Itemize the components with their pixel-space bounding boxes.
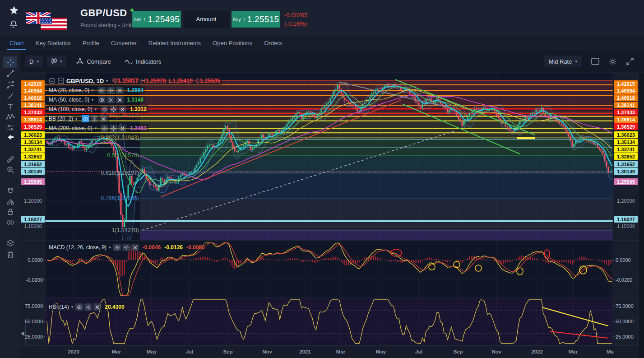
fullscreen-icon[interactable] — [626, 57, 634, 65]
close-icon[interactable] — [119, 125, 126, 132]
price-label: 1.16027 — [24, 217, 42, 222]
chevron-down-icon[interactable]: ▾ — [95, 126, 97, 130]
chevron-down-icon[interactable]: ▾ — [92, 98, 94, 102]
time-label: May — [376, 349, 386, 354]
chevron-down-icon[interactable]: ▾ — [75, 116, 78, 121]
trend-line-tool[interactable] — [3, 68, 17, 79]
close-icon[interactable] — [93, 303, 101, 311]
macd-annotation — [579, 266, 587, 274]
time-label: Mar — [336, 349, 346, 354]
gear-icon[interactable] — [110, 106, 117, 113]
price-label: 1.36529 — [617, 124, 635, 130]
chevron-down-icon[interactable]: ▾ — [109, 245, 111, 250]
price-label: 1.40018 — [617, 95, 635, 101]
time-axis[interactable]: 2020MarMayJulSepNov2021MarMayJulSepNov20… — [20, 346, 639, 358]
buy-arrow-up-icon: ↑ — [243, 16, 246, 23]
eye-icon[interactable] — [113, 244, 121, 251]
svg-text:75.0000: 75.0000 — [25, 303, 43, 309]
xabcd-pattern-tool[interactable] — [3, 111, 17, 122]
fib-retracement-tool[interactable] — [3, 79, 17, 90]
object-tree-tool[interactable] — [3, 237, 17, 249]
compare-button[interactable]: Compare — [76, 58, 111, 65]
hide-series-icon[interactable] — [58, 78, 64, 84]
time-label: Jul — [415, 349, 423, 354]
text-tool[interactable] — [3, 101, 17, 112]
indicators-button[interactable]: Indicators — [125, 58, 161, 65]
gear-icon[interactable] — [609, 57, 617, 65]
chevron-down-icon[interactable]: ▾ — [71, 305, 74, 309]
ruler-tool[interactable] — [3, 153, 17, 165]
price-label: 1.40018 — [24, 95, 42, 101]
close-icon[interactable] — [116, 87, 124, 94]
fib-label: 0.382(1.31943) — [101, 135, 139, 141]
alert-bell-icon[interactable] — [9, 20, 19, 31]
price-label: 1.31652 — [617, 162, 635, 167]
gear-icon[interactable] — [91, 115, 98, 122]
price-label: 1.38141 — [24, 102, 42, 108]
gear-icon[interactable] — [84, 303, 92, 311]
amount-button[interactable]: Amount — [184, 11, 229, 28]
tab-chart[interactable]: Chart — [4, 36, 30, 50]
close-icon[interactable] — [100, 115, 107, 122]
mid-rate-dropdown[interactable]: Mid Rate▾ — [544, 56, 582, 67]
chevron-down-icon[interactable]: ▾ — [106, 79, 108, 83]
sell-button[interactable]: Sell ↑ 1.25495 — [132, 11, 181, 28]
svg-text:-0.0200: -0.0200 — [616, 277, 632, 283]
hide-all-tool[interactable] — [3, 217, 17, 228]
magnet-tool[interactable] — [3, 185, 17, 196]
macd-annotation — [475, 265, 482, 271]
chevron-down-icon[interactable]: ▾ — [95, 107, 97, 112]
fib-label: 1(1.14278) — [112, 227, 139, 233]
close-icon[interactable] — [119, 106, 126, 113]
time-label: Nov — [491, 349, 501, 354]
chart-type-button[interactable]: ▾ — [47, 56, 67, 67]
gear-icon[interactable] — [122, 244, 130, 251]
macd-hist-value: -0.0046 — [143, 244, 161, 251]
price-label: 1.40984 — [617, 88, 635, 93]
tab-converter[interactable]: Converter — [105, 36, 143, 50]
tab-orders[interactable]: Orders — [258, 36, 288, 50]
drawing-lock-tool[interactable] — [3, 195, 17, 207]
tab-key-statistics[interactable]: Key Statistics — [30, 36, 77, 50]
price-label: 1.37433 — [24, 110, 42, 115]
favorite-star-icon[interactable] — [9, 5, 19, 17]
tab-open-positions[interactable]: Open Positions — [207, 36, 258, 50]
buy-button[interactable]: Buy ↑ 1.25515 — [232, 11, 280, 28]
close-icon[interactable] — [116, 96, 124, 103]
time-label: Mar — [112, 349, 121, 354]
crosshair-tool[interactable] — [3, 56, 17, 68]
remove-all-tool[interactable] — [3, 249, 17, 260]
snapshot-icon[interactable] — [591, 57, 600, 65]
chevron-down-icon: ▾ — [37, 59, 39, 64]
eye-icon[interactable] — [98, 96, 106, 103]
indicator-value: 1.3148 — [127, 97, 144, 103]
gear-icon[interactable] — [107, 87, 115, 94]
macd-value: -0.0126 — [164, 244, 183, 251]
indicator-axis[interactable]: 0.00000.0000-0.0200-0.020075.000075.0000… — [25, 257, 634, 339]
rsi-pane — [45, 300, 613, 344]
lock-all-tool[interactable] — [3, 206, 17, 217]
eye-icon[interactable] — [98, 87, 106, 94]
chart-toolbar: D▾ ▾ Compare Indicators — [20, 51, 644, 72]
eye-icon[interactable] — [101, 125, 108, 132]
green-channel-upper — [395, 79, 535, 135]
eye-icon[interactable] — [75, 303, 83, 311]
eye-icon[interactable] — [82, 115, 89, 122]
macd-legend: MACD (12, 26, close, 9) ▾ -0.0046 -0.012… — [47, 243, 207, 253]
price-label: 1.20000 — [617, 198, 635, 204]
tab-related-instruments[interactable]: Related Instruments — [143, 36, 207, 50]
rsi-legend: RSI (14) ▾ 20.4300 — [47, 303, 126, 312]
tab-profile[interactable]: Profile — [77, 36, 105, 50]
brush-tool[interactable] — [3, 90, 17, 102]
chevron-down-icon[interactable]: ▾ — [92, 88, 94, 93]
price-label: 1.32852 — [617, 154, 635, 159]
close-icon[interactable] — [131, 244, 139, 251]
collapse-circle-icon[interactable] — [49, 78, 56, 84]
gear-icon[interactable] — [110, 125, 117, 132]
interval-button[interactable]: D▾ — [25, 56, 43, 67]
page-title: GBP/USD — [80, 7, 127, 19]
arrow-left-tool[interactable] — [3, 131, 17, 143]
gear-icon[interactable] — [107, 96, 115, 103]
eye-icon[interactable] — [101, 106, 108, 113]
zoom-in-tool[interactable] — [3, 164, 17, 175]
